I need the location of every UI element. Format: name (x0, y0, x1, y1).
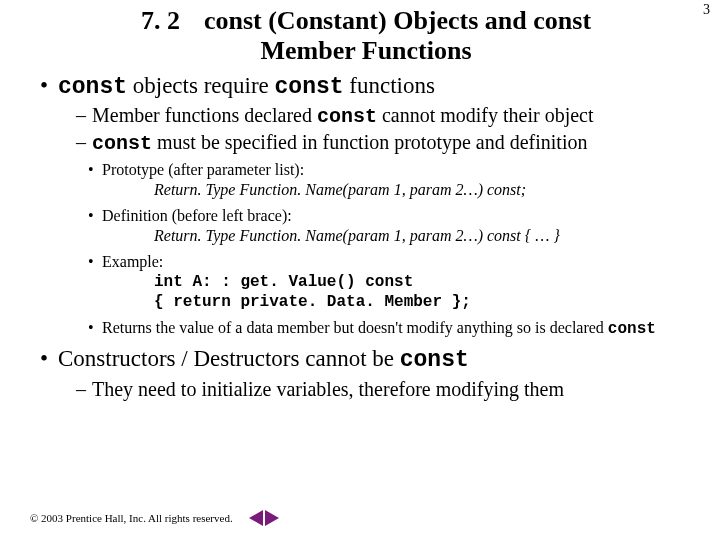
code-const: const (317, 105, 377, 128)
sub-bullet: Example: int A: : get. Value() const { r… (88, 252, 702, 312)
text: must be specified in function prototype … (152, 131, 587, 153)
prototype-code: Return. Type Function. Name(param 1, par… (154, 180, 702, 200)
text: Returns the value of a data member but d… (102, 319, 608, 336)
text: functions (344, 73, 435, 98)
code-const: const (275, 74, 344, 100)
code-const: const (400, 347, 469, 373)
prev-icon[interactable] (249, 510, 263, 526)
bullet-list: const objects require const functions Me… (40, 72, 702, 401)
copyright-text: © 2003 Prentice Hall, Inc. All rights re… (30, 512, 233, 524)
dash-item: Member functions declared const cannot m… (76, 103, 702, 129)
title-line2: Member Functions (260, 36, 471, 65)
sub-bullet-list: Prototype (after parameter list): Return… (88, 160, 702, 339)
label: Prototype (after parameter list): (102, 161, 304, 178)
code-const: const (92, 132, 152, 155)
sub-bullet: Returns the value of a data member but d… (88, 318, 702, 339)
section-number: 7. 2 (141, 6, 180, 36)
text: Member functions declared (92, 104, 317, 126)
code-const: const (608, 320, 656, 338)
slide-title: 7. 2const (Constant) Objects and const M… (30, 6, 702, 66)
definition-code: Return. Type Function. Name(param 1, par… (154, 226, 702, 246)
text: cannot modify their object (377, 104, 594, 126)
label: Example: (102, 253, 163, 270)
slide: 3 7. 2const (Constant) Objects and const… (0, 0, 720, 540)
bullet-2: Constructors / Destructors cannot be con… (40, 345, 702, 401)
sub-bullet: Prototype (after parameter list): Return… (88, 160, 702, 200)
page-number: 3 (703, 2, 710, 18)
dash-item: They need to initialize variables, there… (76, 377, 702, 401)
bullet-1: const objects require const functions Me… (40, 72, 702, 340)
text: objects require (127, 73, 275, 98)
title-line1: const (Constant) Objects and const (204, 6, 591, 35)
label: Definition (before left brace): (102, 207, 292, 224)
dash-item: const must be specified in function prot… (76, 130, 702, 156)
code-const: const (58, 74, 127, 100)
text: Constructors / Destructors cannot be (58, 346, 400, 371)
dash-list: Member functions declared const cannot m… (76, 103, 702, 156)
dash-list: They need to initialize variables, there… (76, 377, 702, 401)
footer: © 2003 Prentice Hall, Inc. All rights re… (30, 510, 279, 526)
nav-arrows (249, 510, 279, 526)
sub-bullet: Definition (before left brace): Return. … (88, 206, 702, 246)
example-code-line2: { return private. Data. Member }; (154, 292, 702, 312)
next-icon[interactable] (265, 510, 279, 526)
example-code-line1: int A: : get. Value() const (154, 272, 702, 292)
